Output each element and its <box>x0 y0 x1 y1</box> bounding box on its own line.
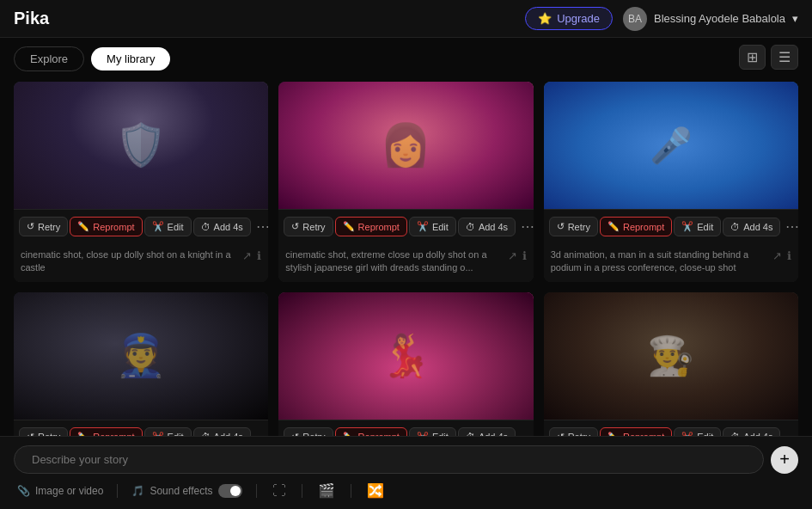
info-icon[interactable]: ℹ <box>257 249 261 262</box>
image-video-label: Image or video <box>35 485 103 497</box>
add4s-icon: ⏱ <box>466 222 475 232</box>
main-grid: ↺ Retry ✏️ Reprompt ✂️ Edit ⏱ Add 4s ⋯ c… <box>0 82 812 493</box>
card-description-row: 3d animation, a man in a suit standing b… <box>544 243 798 282</box>
add4s-label: Add 4s <box>479 222 508 232</box>
add4s-button[interactable]: ⏱ Add 4s <box>458 218 516 236</box>
upgrade-button[interactable]: ⭐ Upgrade <box>525 7 613 30</box>
card-thumbnail <box>14 82 268 209</box>
expand-icon[interactable]: ⛶ <box>271 481 288 500</box>
reprompt-label: Reprompt <box>623 222 664 232</box>
more-button[interactable]: ⋯ <box>253 215 269 238</box>
reprompt-button[interactable]: ✏️ Reprompt <box>70 217 142 236</box>
card-description-text: cinematic shot, extreme close up dolly s… <box>285 248 500 275</box>
card-1: ↺ Retry ✏️ Reprompt ✂️ Edit ⏱ Add 4s ⋯ c… <box>14 82 268 282</box>
share-icon[interactable]: ↗ <box>508 249 517 262</box>
reprompt-icon: ✏️ <box>77 221 89 232</box>
paperclip-icon: 📎 <box>17 485 30 497</box>
edit-icon: ✂️ <box>681 221 693 232</box>
edit-label: Edit <box>168 222 184 232</box>
tab-my-library[interactable]: My library <box>91 47 170 71</box>
retry-button[interactable]: ↺ Retry <box>19 217 68 236</box>
reprompt-button[interactable]: ✏️ Reprompt <box>600 217 672 236</box>
bottom-tools: 📎 Image or video 🎵 Sound effects ⛶ 🎬 🔀 <box>14 481 798 500</box>
card-description-row: cinematic shot, close up dolly shot on a… <box>14 243 268 282</box>
chevron-down-icon: ▾ <box>792 12 798 25</box>
card-actions: ↺ Retry ✏️ Reprompt ✂️ Edit ⏱ Add 4s ⋯ <box>278 209 533 243</box>
info-icon[interactable]: ℹ <box>522 249 527 262</box>
user-name: Blessing Ayodele Babalola <box>654 12 785 25</box>
card-thumbnail <box>278 82 533 209</box>
card-thumbnail <box>544 292 798 420</box>
card-actions: ↺ Retry ✏️ Reprompt ✂️ Edit ⏱ Add 4s ⋯ <box>14 209 268 243</box>
sound-icon: 🎵 <box>131 485 144 497</box>
card-description-text: cinematic shot, close up dolly shot on a… <box>21 248 235 275</box>
reprompt-label: Reprompt <box>93 222 134 232</box>
retry-button[interactable]: ↺ Retry <box>284 217 333 236</box>
more-button[interactable]: ⋯ <box>782 215 798 238</box>
add4s-button[interactable]: ⏱ Add 4s <box>193 218 251 236</box>
grid-view-button[interactable]: ⊞ <box>739 45 766 70</box>
retry-label: Retry <box>302 222 325 232</box>
sound-effects-label: Sound effects <box>150 485 212 497</box>
bottom-bar: + 📎 Image or video 🎵 Sound effects ⛶ 🎬 🔀 <box>0 436 812 509</box>
sound-toggle[interactable] <box>218 484 242 498</box>
header: Pika ⭐ Upgrade BA Blessing Ayodele Babal… <box>0 0 812 38</box>
edit-icon: ✂️ <box>152 221 164 232</box>
card-desc-icons: ↗ ℹ <box>508 249 527 262</box>
add4s-label: Add 4s <box>214 222 243 232</box>
shuffle-icon[interactable]: 🔀 <box>365 481 386 500</box>
image-video-tool[interactable]: 📎 Image or video <box>17 485 103 497</box>
sound-effects-tool[interactable]: 🎵 Sound effects <box>131 484 241 498</box>
card-description-text: 3d animation, a man in a suit standing b… <box>551 248 766 275</box>
add4s-icon: ⏱ <box>201 222 211 232</box>
card-thumbnail <box>278 292 533 420</box>
card-3: ↺ Retry ✏️ Reprompt ✂️ Edit ⏱ Add 4s ⋯ 3… <box>544 82 798 282</box>
reprompt-icon: ✏️ <box>607 221 620 232</box>
retry-icon: ↺ <box>557 221 565 232</box>
edit-button[interactable]: ✂️ Edit <box>674 217 721 236</box>
card-actions: ↺ Retry ✏️ Reprompt ✂️ Edit ⏱ Add 4s ⋯ <box>544 209 798 243</box>
header-right: ⭐ Upgrade BA Blessing Ayodele Babalola ▾ <box>525 7 798 31</box>
user-menu[interactable]: BA Blessing Ayodele Babalola ▾ <box>623 7 798 31</box>
share-icon[interactable]: ↗ <box>242 249 252 262</box>
upgrade-icon: ⭐ <box>538 12 552 25</box>
edit-label: Edit <box>697 222 713 232</box>
tab-explore[interactable]: Explore <box>14 46 84 71</box>
add-button[interactable]: + <box>771 446 798 474</box>
add4s-icon: ⏱ <box>730 222 740 232</box>
card-thumbnail <box>544 82 798 209</box>
add4s-label: Add 4s <box>743 222 772 232</box>
grid-controls: ⊞ ☰ <box>739 45 798 70</box>
prompt-input[interactable] <box>14 445 764 474</box>
card-thumbnail <box>14 292 268 420</box>
logo: Pika <box>14 9 49 28</box>
divider-2 <box>256 484 257 498</box>
retry-label: Retry <box>568 222 590 232</box>
card-2: ↺ Retry ✏️ Reprompt ✂️ Edit ⏱ Add 4s ⋯ c… <box>278 82 533 282</box>
edit-button[interactable]: ✂️ Edit <box>409 217 456 236</box>
retry-icon: ↺ <box>27 221 34 232</box>
retry-label: Retry <box>38 222 60 232</box>
add4s-button[interactable]: ⏱ Add 4s <box>723 218 780 236</box>
nav-tabs: Explore My library <box>0 38 812 78</box>
reprompt-icon: ✏️ <box>343 221 355 232</box>
retry-button[interactable]: ↺ Retry <box>549 217 598 236</box>
upgrade-label: Upgrade <box>557 12 600 25</box>
divider-1 <box>117 484 118 498</box>
divider-4 <box>351 484 351 498</box>
list-view-button[interactable]: ☰ <box>771 45 798 70</box>
avatar: BA <box>623 7 647 31</box>
card-desc-icons: ↗ ℹ <box>242 249 261 262</box>
reprompt-button[interactable]: ✏️ Reprompt <box>335 217 407 236</box>
card-description-row: cinematic shot, extreme close up dolly s… <box>278 243 533 282</box>
edit-button[interactable]: ✂️ Edit <box>144 217 192 236</box>
camera-icon[interactable]: 🎬 <box>316 481 337 500</box>
prompt-row: + <box>14 445 798 474</box>
divider-3 <box>302 484 302 498</box>
info-icon[interactable]: ℹ <box>787 249 791 262</box>
reprompt-label: Reprompt <box>358 222 400 232</box>
edit-label: Edit <box>432 222 449 232</box>
retry-icon: ↺ <box>291 221 299 232</box>
more-button[interactable]: ⋯ <box>517 215 534 238</box>
share-icon[interactable]: ↗ <box>772 249 782 262</box>
